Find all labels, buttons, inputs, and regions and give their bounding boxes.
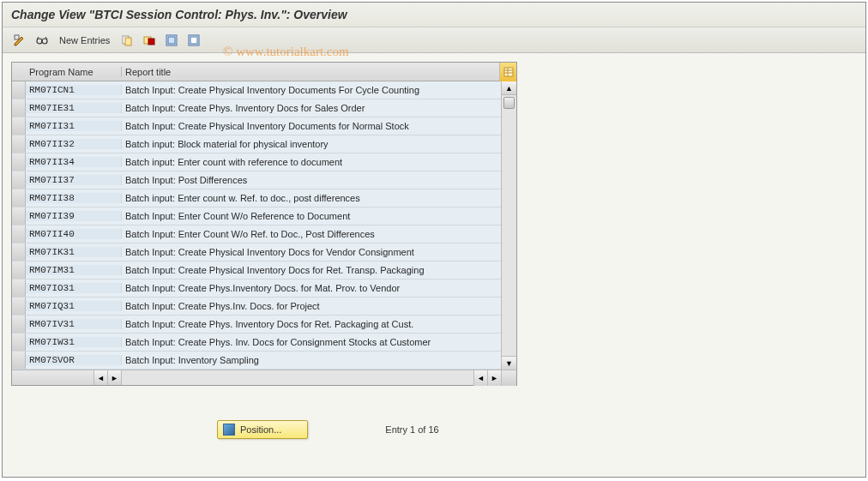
rows-container: RM07ICN1Batch Input: Create Physical Inv… bbox=[12, 81, 501, 370]
cell-program-name[interactable]: RM07ICN1 bbox=[26, 85, 122, 95]
cell-program-name[interactable]: RM07IV31 bbox=[26, 319, 122, 329]
cell-report-title[interactable]: Batch Input: Create Phys. Inventory Docs… bbox=[122, 319, 501, 329]
row-selector[interactable] bbox=[12, 334, 26, 351]
cell-program-name[interactable]: RM07II40 bbox=[26, 229, 122, 239]
table-row[interactable]: RM07ICN1Batch Input: Create Physical Inv… bbox=[12, 81, 501, 99]
cell-report-title[interactable]: Batch Input: Create Physical Inventory D… bbox=[122, 121, 501, 131]
row-selector[interactable] bbox=[12, 207, 26, 225]
cell-report-title[interactable]: Batch Input: Create Physical Inventory D… bbox=[122, 247, 501, 257]
select-icon[interactable] bbox=[163, 32, 180, 49]
row-selector[interactable] bbox=[12, 153, 26, 171]
cell-report-title[interactable]: Batch Input: Create Physical Inventory D… bbox=[122, 265, 501, 275]
row-selector[interactable] bbox=[12, 99, 26, 117]
row-selector[interactable] bbox=[12, 244, 26, 261]
cell-report-title[interactable]: Batch Input: Create Physical Inventory D… bbox=[122, 85, 501, 95]
scroll-track[interactable] bbox=[502, 95, 516, 356]
cell-program-name[interactable]: RM07IW31 bbox=[26, 337, 122, 347]
cell-report-title[interactable]: Batch Input: Create Phys. Inventory Docs… bbox=[122, 103, 501, 113]
row-selector[interactable] bbox=[12, 135, 26, 153]
table-row[interactable]: RM07IQ31Batch Input: Create Phys.Inv. Do… bbox=[12, 298, 501, 316]
table-row[interactable]: RM07II39Batch Input: Enter Count W/o Ref… bbox=[12, 207, 501, 225]
cell-program-name[interactable]: RM07IK31 bbox=[26, 247, 122, 257]
entry-counter: Entry 1 of 16 bbox=[385, 424, 438, 435]
cell-program-name[interactable]: RM07II31 bbox=[26, 121, 122, 131]
svg-rect-0 bbox=[15, 35, 19, 39]
table-row[interactable]: RM07II34Batch input: Enter count with re… bbox=[12, 153, 501, 171]
cell-report-title[interactable]: Batch Input: Post Differences bbox=[122, 175, 501, 185]
cell-program-name[interactable]: RM07II37 bbox=[26, 175, 122, 185]
table-header: Program Name Report title bbox=[12, 63, 516, 81]
table-row[interactable]: RM07IE31Batch Input: Create Phys. Invent… bbox=[12, 99, 501, 117]
cell-report-title[interactable]: Batch Input: Create Phys.Inventory Docs.… bbox=[122, 283, 501, 293]
scroll-thumb[interactable] bbox=[503, 97, 515, 109]
row-selector[interactable] bbox=[12, 262, 26, 279]
position-button[interactable]: Position... bbox=[217, 420, 308, 439]
cell-report-title[interactable]: Batch input: Block material for physical… bbox=[122, 139, 501, 149]
cell-program-name[interactable]: RM07II32 bbox=[26, 139, 122, 149]
row-selector[interactable] bbox=[12, 352, 26, 369]
change-display-toggle-icon[interactable] bbox=[11, 32, 28, 49]
hscroll-right2-icon[interactable]: ► bbox=[487, 370, 501, 386]
cell-program-name[interactable]: RM07IM31 bbox=[26, 265, 122, 275]
scroll-down-icon[interactable]: ▼ bbox=[502, 356, 516, 370]
copy-icon[interactable] bbox=[118, 32, 136, 49]
cell-report-title[interactable]: Batch input: Enter count w. Ref. to doc.… bbox=[122, 193, 501, 203]
cell-program-name[interactable]: RM07IO31 bbox=[26, 283, 122, 293]
table-row[interactable]: RM07IV31Batch Input: Create Phys. Invent… bbox=[12, 316, 501, 334]
new-entries-button[interactable]: New Entries bbox=[56, 35, 113, 45]
table-row[interactable]: RM07IO31Batch Input: Create Phys.Invento… bbox=[12, 280, 501, 298]
scroll-up-icon[interactable]: ▲ bbox=[502, 81, 516, 95]
toolbar: New Entries bbox=[3, 27, 865, 53]
table-row[interactable]: RM07SVORBatch Input: Inventory Sampling bbox=[12, 352, 501, 370]
table-row[interactable]: RM07II38Batch input: Enter count w. Ref.… bbox=[12, 189, 501, 207]
row-selector[interactable] bbox=[12, 81, 26, 99]
table-row[interactable]: RM07II40Batch Input: Enter Count W/o Ref… bbox=[12, 225, 501, 244]
hscroll-left2-icon[interactable]: ► bbox=[107, 370, 121, 385]
cell-report-title[interactable]: Batch Input: Inventory Sampling bbox=[122, 355, 501, 365]
svg-rect-7 bbox=[125, 38, 131, 45]
cell-program-name[interactable]: RM07II38 bbox=[26, 193, 122, 203]
delimit-icon[interactable] bbox=[141, 32, 158, 49]
cell-program-name[interactable]: RM07IQ31 bbox=[26, 301, 122, 311]
cell-program-name[interactable]: RM07II39 bbox=[26, 211, 122, 221]
row-selector[interactable] bbox=[12, 316, 26, 333]
row-selector[interactable] bbox=[12, 225, 26, 243]
row-selector[interactable] bbox=[12, 189, 26, 207]
table-row[interactable]: RM07II37Batch Input: Post Differences bbox=[12, 171, 501, 189]
row-selector[interactable] bbox=[12, 298, 26, 315]
svg-rect-13 bbox=[190, 37, 197, 44]
row-selector[interactable] bbox=[12, 117, 26, 135]
svg-point-1 bbox=[37, 39, 42, 44]
deselect-icon[interactable] bbox=[185, 32, 202, 49]
table-settings-icon[interactable] bbox=[499, 63, 516, 81]
cell-report-title[interactable]: Batch Input: Enter Count W/o Ref. to Doc… bbox=[122, 229, 501, 239]
vertical-scrollbar[interactable]: ▲ ▼ bbox=[501, 81, 516, 370]
cell-program-name[interactable]: RM07SVOR bbox=[26, 355, 122, 365]
cell-report-title[interactable]: Batch Input: Enter Count W/o Reference t… bbox=[122, 211, 501, 221]
hscroll-right-icon[interactable]: ◄ bbox=[473, 370, 487, 386]
table-row[interactable]: RM07II31Batch Input: Create Physical Inv… bbox=[12, 117, 501, 135]
column-header-title[interactable]: Report title bbox=[122, 67, 499, 77]
row-selector[interactable] bbox=[12, 171, 26, 189]
cell-report-title[interactable]: Batch Input: Create Phys.Inv. Docs. for … bbox=[122, 301, 501, 311]
data-table: Program Name Report title RM07ICN1Batch … bbox=[11, 62, 517, 386]
content-area: Program Name Report title RM07ICN1Batch … bbox=[3, 53, 865, 477]
cell-program-name[interactable]: RM07IE31 bbox=[26, 103, 122, 113]
hscroll-left-icon[interactable]: ◄ bbox=[93, 370, 107, 385]
svg-rect-11 bbox=[168, 37, 175, 44]
row-selector[interactable] bbox=[12, 280, 26, 297]
position-label: Position... bbox=[240, 424, 281, 435]
cell-report-title[interactable]: Batch Input: Create Phys. Inv. Docs for … bbox=[122, 337, 501, 347]
column-header-program[interactable]: Program Name bbox=[26, 67, 122, 77]
horizontal-scrollbar[interactable]: ◄ ► ◄ ► bbox=[12, 370, 516, 385]
table-row[interactable]: RM07IW31Batch Input: Create Phys. Inv. D… bbox=[12, 334, 501, 352]
table-row[interactable]: RM07II32Batch input: Block material for … bbox=[12, 135, 501, 153]
glasses-icon[interactable] bbox=[33, 32, 51, 49]
cell-report-title[interactable]: Batch input: Enter count with reference … bbox=[122, 157, 501, 167]
footer: Position... Entry 1 of 16 bbox=[217, 420, 857, 439]
svg-point-2 bbox=[42, 39, 47, 44]
table-row[interactable]: RM07IK31Batch Input: Create Physical Inv… bbox=[12, 244, 501, 262]
cell-program-name[interactable]: RM07II34 bbox=[26, 157, 122, 167]
sap-window: Change View "BTCI Session Control: Phys.… bbox=[2, 2, 866, 478]
table-row[interactable]: RM07IM31Batch Input: Create Physical Inv… bbox=[12, 262, 501, 280]
